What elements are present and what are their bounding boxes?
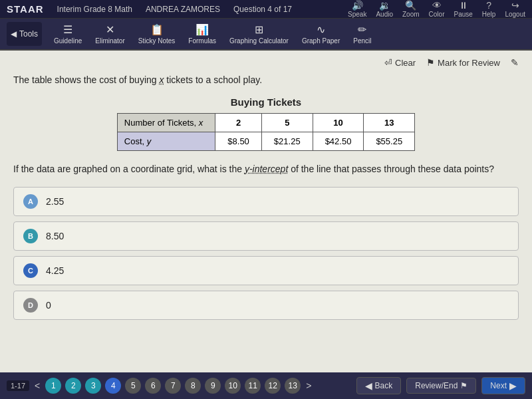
- cost-cell-1: $8.50: [215, 132, 262, 151]
- audio-label: Audio: [376, 11, 393, 18]
- tools-label: Tools: [19, 29, 38, 39]
- next-label: Next: [490, 381, 507, 390]
- clear-icon: ⏎: [384, 57, 392, 68]
- speak-button[interactable]: 🔊 Speak: [348, 0, 366, 18]
- content-area: ⏎ Clear ⚑ Mark for Review ✎ The table sh…: [0, 51, 532, 372]
- answer-choice-c[interactable]: C 4.25: [13, 256, 519, 285]
- speak-label: Speak: [348, 11, 366, 18]
- header-cell-2: 2: [215, 114, 262, 132]
- guideline-icon: ☰: [63, 23, 72, 36]
- sticky-notes-tool[interactable]: 📋 Sticky Notes: [133, 21, 181, 47]
- tickets-table: Number of Tickets, x 2 5 10 13 Cost, y $…: [117, 113, 415, 151]
- content-controls: ⏎ Clear ⚑ Mark for Review ✎: [13, 57, 519, 68]
- right-arrow[interactable]: >: [305, 380, 313, 391]
- formulas-tool[interactable]: 📊 Formulas: [183, 21, 221, 47]
- review-end-label: Review/End: [415, 381, 458, 390]
- back-label: Back: [375, 381, 393, 390]
- nav-page-13[interactable]: 13: [285, 378, 301, 394]
- help-icon: ?: [486, 0, 491, 11]
- eliminator-label: Eliminator: [95, 37, 124, 45]
- audio-button[interactable]: 🔉 Audio: [376, 0, 393, 18]
- speak-icon: 🔊: [352, 0, 363, 11]
- nav-page-11[interactable]: 11: [245, 378, 261, 394]
- logout-button[interactable]: ↪ Logout: [505, 0, 525, 18]
- pencil-label: Pencil: [353, 37, 371, 45]
- nav-page-3[interactable]: 3: [85, 378, 101, 394]
- edit-button[interactable]: ✎: [511, 57, 519, 68]
- tools-button[interactable]: ◀ Tools: [7, 22, 42, 46]
- eliminator-tool[interactable]: ✕ Eliminator: [90, 21, 130, 47]
- review-end-button[interactable]: Review/End ⚑: [406, 378, 476, 394]
- table-data-row: Cost, y $8.50 $21.25 $42.50 $55.25: [117, 132, 414, 151]
- nav-page-10[interactable]: 10: [225, 378, 241, 394]
- formulas-icon: 📊: [196, 23, 209, 36]
- nav-page-7[interactable]: 7: [165, 378, 181, 394]
- table-header-row: Number of Tickets, x 2 5 10 13: [117, 114, 414, 132]
- graphing-calculator-label: Graphing Calculator: [229, 37, 289, 45]
- cost-cell-3: $42.50: [313, 132, 364, 151]
- bottom-nav: 1-17 < 1 2 3 4 5 6 7 8 9 10 11 12 13 > ◀…: [0, 372, 532, 399]
- answer-choice-a[interactable]: A 2.55: [13, 187, 519, 216]
- choice-circle-a: A: [23, 194, 38, 209]
- choice-value-b: 8.50: [46, 231, 64, 241]
- pencil-tool[interactable]: ✏ Pencil: [348, 21, 376, 47]
- next-arrow-icon: ▶: [509, 380, 517, 391]
- choice-value-d: 0: [46, 300, 51, 311]
- zoom-button[interactable]: 🔍 Zoom: [402, 0, 420, 18]
- edit-icon: ✎: [511, 57, 519, 68]
- pause-label: Pause: [454, 11, 472, 18]
- nav-page-6[interactable]: 6: [145, 378, 161, 394]
- color-icon: 👁: [432, 0, 442, 11]
- pause-button[interactable]: ⏸ Pause: [454, 0, 472, 18]
- graph-paper-tool[interactable]: ∿ Graph Paper: [297, 21, 345, 47]
- answer-choice-b[interactable]: B 8.50: [13, 221, 519, 251]
- choice-value-a: 2.55: [46, 196, 64, 207]
- next-button[interactable]: Next ▶: [481, 377, 525, 394]
- nav-page-5[interactable]: 5: [125, 378, 141, 394]
- back-button[interactable]: ◀ Back: [356, 377, 402, 394]
- pause-icon: ⏸: [459, 0, 468, 11]
- nav-page-1[interactable]: 1: [45, 378, 61, 394]
- help-button[interactable]: ? Help: [482, 0, 496, 18]
- flag-nav-icon: ⚑: [460, 381, 467, 390]
- choice-circle-c: C: [23, 263, 38, 278]
- header-cell-10: 10: [313, 114, 364, 132]
- left-arrow[interactable]: <: [33, 380, 41, 391]
- clear-label: Clear: [395, 58, 416, 68]
- nav-page-8[interactable]: 8: [185, 378, 201, 394]
- nav-page-12[interactable]: 12: [265, 378, 281, 394]
- color-label: Color: [429, 11, 445, 18]
- nav-right: ◀ Back Review/End ⚑ Next ▶: [356, 377, 525, 394]
- sticky-notes-icon: 📋: [150, 23, 164, 36]
- graphing-calculator-tool[interactable]: ⊞ Graphing Calculator: [224, 21, 294, 47]
- cost-cell-2: $21.25: [261, 132, 313, 151]
- nav-page-4[interactable]: 4: [105, 378, 121, 394]
- page-range: 1-17: [7, 380, 29, 391]
- table-title: Buying Tickets: [13, 96, 519, 108]
- nav-page-9[interactable]: 9: [205, 378, 221, 394]
- mark-review-button[interactable]: ⚑ Mark for Review: [426, 57, 500, 68]
- back-arrow-icon: ◀: [365, 380, 372, 391]
- cost-cell-4: $55.25: [364, 132, 415, 151]
- color-button[interactable]: 👁 Color: [429, 0, 445, 18]
- course-title: Interim Grade 8 Math: [57, 5, 132, 14]
- question1-text: The table shows the cost of buying x tic…: [13, 73, 519, 87]
- header-cell-5: 5: [261, 114, 313, 132]
- logout-label: Logout: [505, 11, 525, 18]
- sticky-notes-label: Sticky Notes: [138, 37, 176, 45]
- answer-choice-d[interactable]: D 0: [13, 291, 519, 320]
- clear-button[interactable]: ⏎ Clear: [384, 57, 416, 68]
- nav-page-2[interactable]: 2: [65, 378, 81, 394]
- student-name: ANDREA ZAMORES: [146, 5, 220, 14]
- guideline-label: Guideline: [54, 37, 82, 45]
- mark-review-label: Mark for Review: [438, 58, 500, 68]
- cost-label-cell: Cost, y: [117, 132, 215, 151]
- graph-paper-label: Graph Paper: [302, 37, 340, 45]
- top-bar-right: 🔊 Speak 🔉 Audio 🔍 Zoom 👁 Color ⏸ Pause ?…: [348, 0, 525, 18]
- eliminator-icon: ✕: [106, 23, 114, 36]
- graph-paper-icon: ∿: [317, 23, 325, 36]
- header-label-cell: Number of Tickets, x: [117, 114, 215, 132]
- guideline-tool[interactable]: ☰ Guideline: [49, 21, 87, 47]
- tickets-table-wrapper: Number of Tickets, x 2 5 10 13 Cost, y $…: [13, 113, 519, 151]
- zoom-label: Zoom: [402, 11, 420, 18]
